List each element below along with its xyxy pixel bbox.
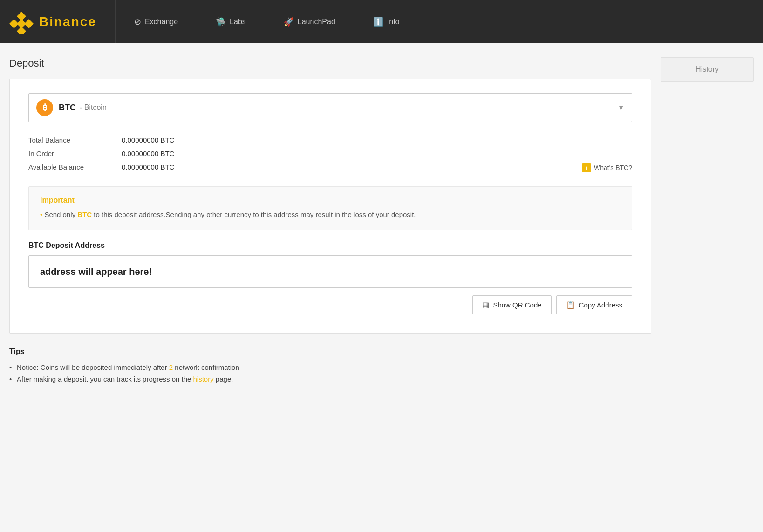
important-message: • Send only BTC to this deposit address.… xyxy=(40,209,620,220)
address-action-buttons: ▦ Show QR Code 📋 Copy Address xyxy=(28,295,632,314)
labs-icon: 🛸 xyxy=(216,17,226,27)
coin-symbol: BTC xyxy=(59,103,76,113)
nav-label-exchange: Exchange xyxy=(145,18,178,26)
coin-selector-dropdown[interactable]: ₿ BTC - Bitcoin ▼ xyxy=(28,93,632,122)
show-qr-code-button[interactable]: ▦ Show QR Code xyxy=(472,295,551,314)
history-tab[interactable]: History xyxy=(661,57,754,82)
top-navigation: Binance ⊘ Exchange 🛸 Labs 🚀 LaunchPad ℹ️… xyxy=(0,0,763,43)
svg-marker-4 xyxy=(17,19,26,28)
qr-code-icon: ▦ xyxy=(482,300,489,309)
important-title: Important xyxy=(40,196,620,205)
important-text-post: to this deposit address.Sending any othe… xyxy=(92,211,416,218)
info-icon: ℹ️ xyxy=(373,17,383,27)
history-label: History xyxy=(695,65,719,73)
nav-label-labs: Labs xyxy=(230,18,246,26)
tips-item-1: Notice: Coins will be deposited immediat… xyxy=(9,361,651,373)
available-balance-row: Available Balance 0.00000000 BTC i What'… xyxy=(28,160,632,175)
nav-label-info: Info xyxy=(387,18,400,26)
nav-item-labs[interactable]: 🛸 Labs xyxy=(197,0,265,43)
total-balance-label: Total Balance xyxy=(28,136,122,144)
show-qr-label: Show QR Code xyxy=(493,301,541,309)
tip1-pre: Notice: Coins will be deposited immediat… xyxy=(17,363,169,371)
important-notice-box: Important • Send only BTC to this deposi… xyxy=(28,186,632,230)
address-placeholder-text: address will appear here! xyxy=(40,266,152,277)
tips-section: Tips Notice: Coins will be deposited imm… xyxy=(9,348,651,385)
deposit-address-section: BTC Deposit Address address will appear … xyxy=(28,241,632,314)
tip1-post: network confirmation xyxy=(173,363,239,371)
main-area: Deposit ₿ BTC - Bitcoin ▼ Total Balance … xyxy=(9,57,651,385)
tip2-pre: After making a deposit, you can track it… xyxy=(17,375,193,383)
btc-coin-icon: ₿ xyxy=(36,99,53,116)
tips-title: Tips xyxy=(9,348,651,356)
address-display-box: address will appear here! xyxy=(28,255,632,288)
sidebar: History xyxy=(661,57,754,385)
logo-text: Binance xyxy=(39,14,96,29)
nav-item-info[interactable]: ℹ️ Info xyxy=(354,0,419,43)
whats-btc-icon: i xyxy=(582,163,591,172)
whats-btc-button[interactable]: i What's BTC? xyxy=(582,163,632,172)
inorder-label: In Order xyxy=(28,150,122,157)
launchpad-icon: 🚀 xyxy=(284,17,294,27)
whats-btc-label: What's BTC? xyxy=(594,164,632,171)
binance-logo-icon xyxy=(9,10,34,34)
page-title: Deposit xyxy=(9,57,651,69)
inorder-value: 0.00000000 BTC xyxy=(122,150,632,157)
important-text-btc: BTC xyxy=(77,211,92,218)
important-text-pre: Send only xyxy=(44,211,77,218)
inorder-balance-row: In Order 0.00000000 BTC xyxy=(28,147,632,160)
copy-icon: 📋 xyxy=(566,300,575,309)
nav-item-exchange[interactable]: ⊘ Exchange xyxy=(116,0,197,43)
tip2-highlight[interactable]: history xyxy=(193,375,214,383)
page-content: Deposit ₿ BTC - Bitcoin ▼ Total Balance … xyxy=(0,43,763,399)
nav-label-launchpad: LaunchPad xyxy=(298,18,335,26)
coin-full-name: - Bitcoin xyxy=(80,103,107,112)
tip2-post: page. xyxy=(214,375,233,383)
copy-address-button[interactable]: 📋 Copy Address xyxy=(556,295,632,314)
balance-table: Total Balance 0.00000000 BTC In Order 0.… xyxy=(28,133,632,175)
deposit-address-label: BTC Deposit Address xyxy=(28,241,632,250)
tips-item-2: After making a deposit, you can track it… xyxy=(9,373,651,385)
copy-address-label: Copy Address xyxy=(579,301,622,309)
nav-item-launchpad[interactable]: 🚀 LaunchPad xyxy=(265,0,354,43)
available-label: Available Balance xyxy=(28,163,122,172)
logo[interactable]: Binance xyxy=(9,10,96,34)
total-balance-value: 0.00000000 BTC xyxy=(122,136,632,144)
deposit-card: ₿ BTC - Bitcoin ▼ Total Balance 0.000000… xyxy=(9,79,651,334)
tips-list: Notice: Coins will be deposited immediat… xyxy=(9,361,651,385)
total-balance-row: Total Balance 0.00000000 BTC xyxy=(28,133,632,147)
exchange-icon: ⊘ xyxy=(134,17,141,27)
nav-items: ⊘ Exchange 🛸 Labs 🚀 LaunchPad ℹ️ Info xyxy=(116,0,419,43)
tip1-highlight: 2 xyxy=(169,363,173,371)
chevron-down-icon: ▼ xyxy=(618,104,624,111)
available-value: 0.00000000 BTC xyxy=(122,163,582,172)
